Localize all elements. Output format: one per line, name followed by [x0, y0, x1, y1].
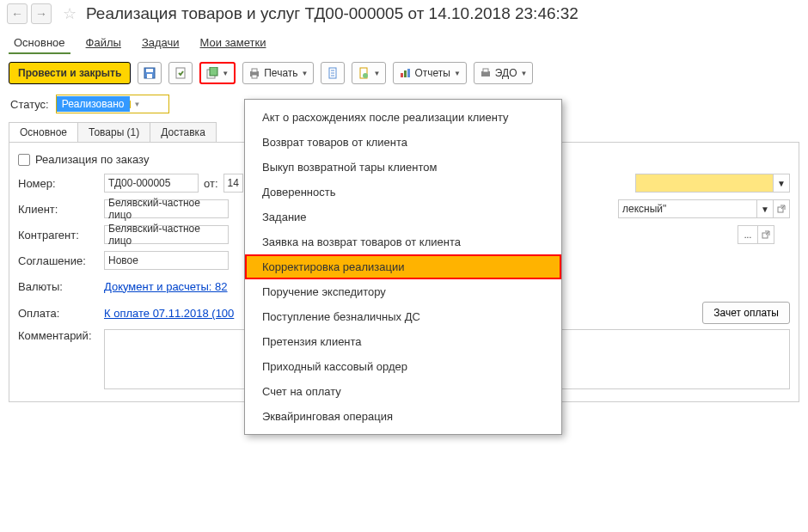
edo-label: ЭДО [495, 67, 517, 79]
tab-files[interactable]: Файлы [81, 33, 126, 54]
comment-label: Комментарий: [18, 329, 104, 342]
svg-rect-3 [176, 68, 185, 78]
favorite-star-icon[interactable]: ☆ [60, 4, 79, 23]
reports-button[interactable]: Отчеты ▼ [393, 62, 466, 84]
menu-item[interactable]: Приходный кассовый ордер [245, 354, 561, 379]
nav-forward-button[interactable]: → [31, 3, 52, 24]
create-based-on-menu: Акт о расхождениях после реализации клие… [244, 99, 562, 435]
menu-item[interactable]: Задание [245, 205, 561, 229]
save-button[interactable] [138, 62, 162, 84]
menu-item[interactable]: Счет на оплату [245, 379, 561, 404]
warehouse-field[interactable]: лексный" [618, 199, 757, 218]
inner-tab-main[interactable]: Основное [9, 122, 78, 142]
svg-rect-16 [404, 70, 407, 77]
counterparty-label: Контрагент: [18, 229, 104, 242]
status-value: Реализовано [57, 96, 130, 112]
tab-notes[interactable]: Мои заметки [195, 33, 272, 54]
page-title: Реализация товаров и услуг ТД00-000005 о… [86, 4, 578, 23]
svg-rect-7 [252, 69, 257, 72]
post-button[interactable] [168, 62, 193, 84]
svg-rect-2 [147, 74, 152, 78]
reports-label: Отчеты [414, 67, 450, 79]
open-button[interactable] [757, 225, 774, 244]
svg-point-14 [363, 73, 368, 78]
external-link-icon [777, 205, 786, 213]
date-field[interactable]: 14 [223, 174, 243, 193]
create-based-on-button[interactable]: ▼ [199, 62, 236, 84]
number-field[interactable]: ТД00-000005 [104, 174, 199, 193]
svg-rect-15 [401, 73, 403, 77]
payment-link[interactable]: К оплате 07.11.2018 (100 [104, 307, 234, 320]
menu-item[interactable]: Поступление безналичных ДС [245, 304, 561, 329]
currency-label: Валюты: [18, 280, 104, 293]
from-label: от: [204, 177, 218, 190]
menu-item[interactable]: Поручение экспедитору [245, 279, 561, 304]
svg-rect-17 [407, 69, 410, 77]
edo-button[interactable]: ЭДО ▼ [474, 62, 534, 84]
svg-rect-5 [210, 67, 217, 76]
chevron-down-icon: ▼ [373, 70, 380, 77]
svg-rect-8 [252, 75, 257, 78]
tab-main[interactable]: Основное [9, 33, 70, 54]
print-label: Печать [264, 67, 297, 79]
svg-rect-1 [146, 69, 153, 72]
agreement-field[interactable]: Новое [104, 251, 229, 270]
chevron-down-icon: ▼ [302, 70, 309, 77]
ellipsis-button[interactable]: ... [738, 225, 758, 244]
chevron-down-icon: ▼ [454, 70, 461, 77]
dropdown-button[interactable]: ▼ [773, 174, 790, 193]
external-link-icon [762, 230, 770, 239]
nav-back-button[interactable]: ← [7, 3, 28, 24]
menu-item[interactable]: Возврат товаров от клиента [245, 130, 561, 155]
post-and-close-button[interactable]: Провести и закрыть [9, 62, 131, 84]
number-label: Номер: [18, 177, 104, 190]
menu-item[interactable]: Доверенность [245, 180, 561, 205]
agreement-label: Соглашение: [18, 254, 104, 267]
svg-rect-19 [483, 69, 488, 72]
payment-offset-button[interactable]: Зачет оплаты [702, 302, 790, 324]
menu-item-selected[interactable]: Корректировка реализации [245, 254, 561, 279]
menu-item[interactable]: Эквайринговая операция [245, 404, 561, 429]
client-field[interactable]: Белявский-частное лицо [104, 199, 229, 218]
menu-item[interactable]: Претензия клиента [245, 329, 561, 354]
tab-tasks[interactable]: Задачи [137, 33, 185, 54]
by-order-label: Реализация по заказу [35, 153, 149, 166]
document-button[interactable] [321, 62, 345, 84]
payment-label: Оплата: [18, 307, 104, 320]
inner-tab-delivery[interactable]: Доставка [150, 122, 217, 142]
dropdown-button[interactable]: ▼ [756, 199, 774, 218]
menu-item[interactable]: Заявка на возврат товаров от клиента [245, 229, 561, 254]
status-label: Статус: [10, 98, 49, 111]
currency-link[interactable]: Документ и расчеты: 82 [104, 280, 228, 293]
counterparty-field[interactable]: Белявский-частное лицо [104, 225, 229, 244]
client-label: Клиент: [18, 203, 104, 216]
open-button[interactable] [773, 199, 790, 218]
menu-item[interactable]: Акт о расхождениях после реализации клие… [245, 105, 561, 130]
chevron-down-icon: ▼ [520, 70, 527, 77]
right-yellow-field[interactable] [635, 174, 774, 193]
print-button[interactable]: Печать ▼ [242, 62, 314, 84]
by-order-checkbox[interactable] [18, 154, 30, 166]
status-select[interactable]: Реализовано ▼ [56, 95, 169, 113]
menu-item[interactable]: Выкуп возвратной тары клиентом [245, 155, 561, 180]
inner-tab-goods[interactable]: Товары (1) [77, 122, 150, 142]
chevron-down-icon: ▼ [130, 101, 168, 108]
attach-button[interactable]: ▼ [352, 62, 386, 84]
chevron-down-icon: ▼ [222, 70, 229, 77]
